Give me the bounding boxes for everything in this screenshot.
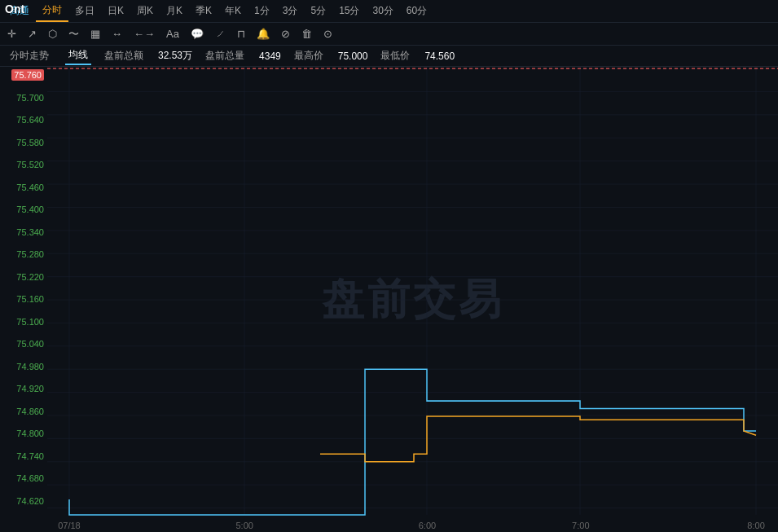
y-label-75.220: 75.220 [16,272,44,282]
polygon-icon[interactable]: ⬡ [46,26,59,42]
tab-zhouk[interactable]: 周K [130,1,160,21]
y-label-75.640: 75.640 [16,115,44,125]
y-label-74.620: 74.620 [16,496,44,506]
y-label-75.340: 75.340 [16,227,44,237]
y-label-75.280: 75.280 [16,249,44,259]
expand-icon[interactable]: ↔ [109,26,125,42]
x-label-600: 6:00 [419,521,436,530]
stock-label: Ont [5,2,24,15]
tab-3fen[interactable]: 3分 [276,1,305,21]
link-icon[interactable]: ⊙ [321,26,335,42]
tab-60fen[interactable]: 60分 [400,1,433,21]
y-label-75.100: 75.100 [16,317,44,327]
pre-total-amount-label: 盘前总额 [104,49,143,63]
y-label-75.160: 75.160 [16,294,44,304]
y-label-74.920: 74.920 [16,384,44,394]
comment-icon[interactable]: 💬 [188,26,206,42]
y-label-75.400: 75.400 [16,204,44,214]
low-price-label: 最低价 [380,49,410,63]
tab-fenshi-trend[interactable]: 分时走势 [7,47,52,64]
tab-15fen[interactable]: 15分 [332,1,366,21]
circle-icon[interactable]: ⊘ [279,26,292,42]
y-label-75.460: 75.460 [16,182,44,192]
x-label-700: 7:00 [572,521,589,530]
tab-jik[interactable]: 季K [189,1,218,21]
blue-price-line [69,369,756,515]
delete-icon[interactable]: 🗑 [299,26,314,42]
tab-yuek[interactable]: 月K [160,1,189,21]
line-draw-icon[interactable]: ↗ [25,26,39,42]
y-label-75.040: 75.040 [16,339,44,349]
y-label-75.520: 75.520 [16,160,44,169]
chart-toolbar: ✛ ↗ ⬡ 〜 ▦ ↔ ←→ Aa 💬 ⟋ ⊓ 🔔 ⊘ 🗑 ⊙ [0,23,778,46]
text-icon[interactable]: Aa [164,26,182,42]
y-axis: 75.76075.70075.64075.58075.52075.46075.4… [0,67,47,532]
y-label-74.680: 74.680 [16,473,44,483]
low-price-value: 74.560 [424,51,455,62]
measure-icon[interactable]: ⊓ [235,26,248,42]
tab-ma[interactable]: 均线 [65,46,91,65]
pre-total-amount-value: 32.53万 [158,49,192,63]
chart-svg [47,67,778,532]
pre-total-vol-value: 4349 [259,51,281,62]
tab-fenshi[interactable]: 分时 [36,0,68,22]
top-tabs-bar: Ont 高通 分时 多日 日K 周K 月K 季K 年K 1分 3分 5分 15分… [0,0,778,23]
x-axis: 07/18 5:00 6:00 7:00 8:00 [47,516,778,532]
crosshair-icon[interactable]: ✛ [5,26,19,42]
tab-niank[interactable]: 年K [218,1,248,21]
tab-duori[interactable]: 多日 [68,1,101,21]
y-label-74.740: 74.740 [16,451,44,461]
high-price-label: 最高价 [294,49,323,63]
grid-icon[interactable]: ▦ [88,26,103,42]
x-label-800: 8:00 [747,521,764,530]
tab-rik[interactable]: 日K [101,1,130,21]
alert-icon[interactable]: 🔔 [254,26,272,42]
tab-30fen[interactable]: 30分 [367,1,400,21]
y-label-75.700: 75.700 [16,93,44,103]
orange-ma-line [320,416,756,462]
y-label-74.800: 74.800 [16,429,44,438]
angle-icon[interactable]: ⟋ [213,26,228,42]
wave-icon[interactable]: 〜 [66,25,81,43]
y-label-75.760: 75.760 [11,69,44,81]
x-label-date: 07/18 [58,521,81,530]
chart-container: 75.76075.70075.64075.58075.52075.46075.4… [0,67,778,532]
pre-total-vol-label: 盘前总量 [205,49,244,63]
chart-main[interactable]: 盘前交易 [47,67,778,532]
high-price-value: 75.000 [338,51,368,62]
y-label-75.580: 75.580 [16,138,44,147]
y-label-74.980: 74.980 [16,362,44,372]
arrow-icon[interactable]: ←→ [131,26,157,42]
tab-1fen[interactable]: 1分 [248,1,276,21]
info-bar: 分时走势 均线 盘前总额 32.53万 盘前总量 4349 最高价 75.000… [0,46,778,67]
y-label-74.860: 74.860 [16,407,44,416]
tab-5fen[interactable]: 5分 [304,1,332,21]
x-label-500: 5:00 [235,521,253,530]
